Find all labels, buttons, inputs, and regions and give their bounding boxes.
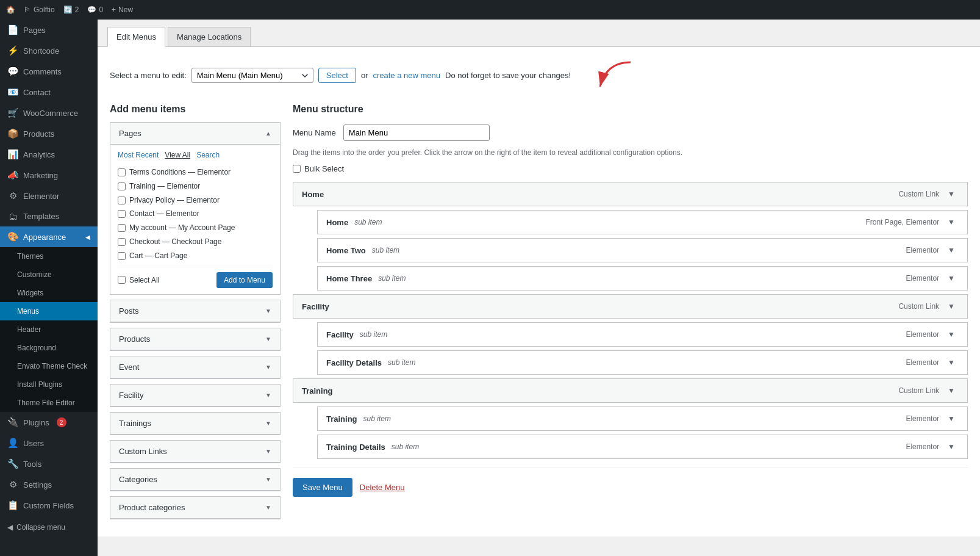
select-button[interactable]: Select	[318, 68, 356, 83]
save-menu-button[interactable]: Save Menu	[293, 478, 352, 497]
menu-item-training-details-sub: Training Details sub item Elementor ▼	[317, 435, 968, 459]
accordion-products-chevron: ▼	[265, 336, 271, 342]
sidebar-item-envato[interactable]: Envato Theme Check	[0, 357, 98, 375]
training-details-sub-type: Elementor	[906, 442, 939, 451]
sidebar-item-themes[interactable]: Themes	[0, 247, 98, 265]
facility-sub-toggle[interactable]: ▼	[944, 329, 959, 340]
list-item: Cart — Cart Page	[118, 249, 273, 263]
page-label-cart[interactable]: Cart — Cart Page	[129, 251, 187, 261]
pages-tab-search[interactable]: Search	[196, 151, 220, 159]
page-checkbox-privacy[interactable]	[118, 197, 126, 204]
accordion-categories-label: Categories	[119, 475, 157, 484]
sidebar-item-background[interactable]: Background	[0, 339, 98, 357]
admin-bar-new[interactable]: + New	[112, 5, 133, 14]
comment-count: 0	[99, 5, 103, 14]
training-top-toggle[interactable]: ▼	[944, 385, 959, 396]
collapse-menu[interactable]: ◀ Collapse menu	[0, 518, 98, 536]
sidebar-item-tools[interactable]: 🔧 Tools	[0, 453, 98, 474]
accordion-event-label: Event	[119, 363, 139, 372]
accordion-posts-header[interactable]: Posts ▼	[110, 300, 280, 322]
sidebar-item-comments[interactable]: 💬 Comments	[0, 61, 98, 82]
page-checkbox-training[interactable]	[118, 182, 126, 190]
menu-item-training-sub: Training sub item Elementor ▼	[317, 406, 968, 431]
page-checkbox-checkout[interactable]	[118, 238, 126, 246]
sidebar-item-contact[interactable]: 📧 Contact	[0, 82, 98, 103]
facility-details-sub-left: Facility Details sub item	[326, 358, 415, 367]
sidebar-item-pages[interactable]: 📄 Pages	[0, 20, 98, 40]
facility-top-toggle[interactable]: ▼	[944, 301, 959, 312]
accordion-pages-content: Most Recent View All Search Terms Condit…	[110, 145, 280, 294]
page-checkbox-myaccount[interactable]	[118, 224, 126, 232]
sidebar-item-analytics[interactable]: 📊 Analytics	[0, 144, 98, 165]
sidebar-item-users[interactable]: 👤 Users	[0, 433, 98, 453]
home-sub-toggle[interactable]: ▼	[944, 217, 959, 228]
accordion-pages-header[interactable]: Pages ▲	[110, 123, 280, 145]
training-details-sub-toggle[interactable]: ▼	[944, 441, 959, 452]
add-to-menu-button[interactable]: Add to Menu	[216, 272, 273, 288]
page-checkbox-contact[interactable]	[118, 210, 126, 218]
tab-manage-locations[interactable]: Manage Locations	[168, 27, 251, 46]
sidebar-item-elementor[interactable]: ⚙ Elementor	[0, 186, 98, 206]
bulk-select-row: Bulk Select	[293, 164, 968, 173]
create-new-menu-link[interactable]: create a new menu	[373, 71, 440, 80]
sidebar-item-products[interactable]: 📦 Products	[0, 123, 98, 144]
accordion-categories-header[interactable]: Categories ▼	[110, 469, 280, 491]
sidebar-item-widgets[interactable]: Widgets	[0, 284, 98, 302]
accordion-trainings-header[interactable]: Trainings ▼	[110, 413, 280, 435]
select-all-checkbox[interactable]	[118, 276, 126, 284]
select-all-label[interactable]: Select All	[118, 276, 159, 284]
accordion-custom-links-label: Custom Links	[119, 447, 167, 456]
plugins-badge: 2	[57, 417, 66, 427]
facility-details-sub-toggle[interactable]: ▼	[944, 357, 959, 368]
accordion-products-label: Products	[119, 334, 150, 344]
sidebar-item-theme-file-editor[interactable]: Theme File Editor	[0, 394, 98, 412]
sidebar-item-customize[interactable]: Customize	[0, 265, 98, 284]
pages-tab-most-recent[interactable]: Most Recent	[118, 151, 159, 159]
accordion-custom-links-header[interactable]: Custom Links ▼	[110, 441, 280, 463]
sidebar-item-menus[interactable]: Menus	[0, 302, 98, 320]
page-label-myaccount[interactable]: My account — My Account Page	[129, 223, 235, 233]
sidebar-item-settings[interactable]: ⚙ Settings	[0, 474, 98, 495]
list-item: Checkout — Checkout Page	[118, 235, 273, 249]
templates-icon: 🗂	[7, 211, 18, 222]
home-three-sub-toggle[interactable]: ▼	[944, 273, 959, 284]
sidebar-item-install-plugins[interactable]: Install Plugins	[0, 375, 98, 394]
page-label-privacy[interactable]: Privacy Policy — Elementor	[129, 195, 220, 206]
page-checkbox-terms[interactable]	[118, 168, 126, 176]
sidebar-item-woocommerce[interactable]: 🛒 WooCommerce	[0, 103, 98, 123]
home-two-sub-toggle[interactable]: ▼	[944, 245, 959, 256]
training-sub-toggle[interactable]: ▼	[944, 413, 959, 424]
page-checkbox-cart[interactable]	[118, 252, 126, 260]
admin-bar-site[interactable]: 🏳 Golftio	[24, 5, 55, 14]
bulk-select-checkbox[interactable]	[293, 165, 301, 173]
menu-name-input[interactable]	[343, 125, 490, 141]
pages-tab-view-all[interactable]: View All	[165, 151, 190, 159]
sidebar-item-header[interactable]: Header	[0, 320, 98, 339]
page-label-terms[interactable]: Terms Conditions — Elementor	[129, 167, 231, 178]
accordion-products-header[interactable]: Products ▼	[110, 328, 280, 350]
admin-bar-wp-icon[interactable]: 🏠	[6, 5, 15, 14]
accordion-product-categories-label: Product categories	[119, 503, 185, 512]
sidebar-item-custom-fields[interactable]: 📋 Custom Fields	[0, 495, 98, 516]
sidebar-label-elementor: Elementor	[23, 192, 59, 201]
admin-bar-comments[interactable]: 💬 0	[87, 5, 103, 14]
delete-menu-button[interactable]: Delete Menu	[360, 483, 405, 492]
page-label-training[interactable]: Training — Elementor	[129, 181, 200, 192]
sidebar-item-templates[interactable]: 🗂 Templates	[0, 206, 98, 226]
accordion-event-header[interactable]: Event ▼	[110, 356, 280, 378]
collapse-icon: ◀	[7, 523, 13, 532]
background-label: Background	[17, 344, 56, 352]
sidebar-item-appearance[interactable]: 🎨 Appearance ◀	[0, 226, 98, 247]
sidebar-item-shortcode[interactable]: ⚡ Shortcode	[0, 40, 98, 61]
facility-details-sub-text: sub item	[388, 358, 415, 367]
accordion-product-categories-header[interactable]: Product categories ▼	[110, 497, 280, 519]
sidebar-item-plugins[interactable]: 🔌 Plugins 2	[0, 412, 98, 433]
admin-bar-notif[interactable]: 🔄 2	[63, 5, 79, 14]
tab-edit-menus[interactable]: Edit Menus	[107, 27, 165, 47]
page-label-checkout[interactable]: Checkout — Checkout Page	[129, 237, 221, 247]
menu-select-dropdown[interactable]: Main Menu (Main Menu) Footer Menu Mobile…	[191, 68, 313, 83]
accordion-facility-header[interactable]: Facility ▼	[110, 385, 280, 406]
page-label-contact[interactable]: Contact — Elementor	[129, 209, 199, 219]
home-top-toggle[interactable]: ▼	[944, 189, 959, 200]
sidebar-item-marketing[interactable]: 📣 Marketing	[0, 165, 98, 186]
